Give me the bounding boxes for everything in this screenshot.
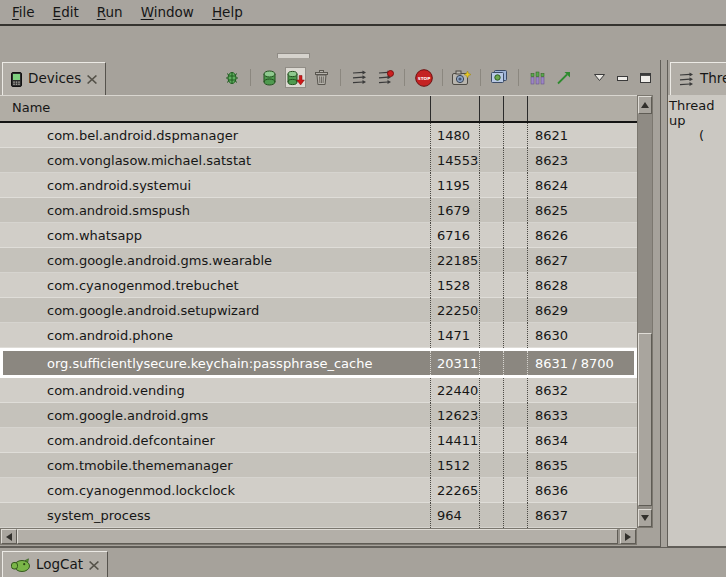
toolbar-separator	[340, 69, 341, 86]
column-header-a[interactable]	[479, 96, 503, 121]
table-row[interactable]: com.vonglasow.michael.satstat145538623	[0, 148, 637, 173]
perspective-handle[interactable]	[277, 53, 310, 58]
table-row[interactable]: com.google.android.gms.wearable221858627	[0, 248, 637, 273]
process-port-cell: 8635	[527, 453, 637, 478]
empty-cell	[479, 223, 503, 248]
process-port-cell: 8631 / 8700	[527, 351, 634, 375]
table-row[interactable]: com.android.phone14718630	[0, 323, 637, 348]
start-tracking-icon[interactable]	[553, 67, 574, 88]
maximize-icon[interactable]	[639, 67, 652, 88]
empty-cell	[479, 148, 503, 173]
empty-cell	[503, 198, 527, 223]
table-row[interactable]: com.android.vending224408632	[0, 378, 637, 403]
process-name-cell: com.google.android.gms	[0, 403, 430, 428]
phone-icon	[11, 72, 22, 87]
scroll-right-button[interactable]	[620, 529, 636, 544]
menu-file[interactable]: File	[3, 0, 44, 24]
toolbar-separator	[250, 69, 251, 86]
multi-screen-capture-icon[interactable]	[489, 67, 510, 88]
process-port-cell: 8625	[527, 198, 637, 223]
table-row[interactable]: com.android.smspush16798625	[0, 198, 637, 223]
update-heap-icon[interactable]	[259, 67, 280, 88]
vertical-scrollbar[interactable]	[637, 95, 653, 528]
threads-message-line1: Thread up	[669, 98, 725, 128]
process-name-cell: com.google.android.gms.wearable	[0, 248, 430, 273]
column-header-name[interactable]: Name	[0, 96, 430, 121]
table-row[interactable]: system_process9648637	[0, 503, 637, 528]
process-name-cell: com.android.defcontainer	[0, 428, 430, 453]
scroll-left-button[interactable]	[1, 529, 17, 544]
table-row[interactable]: com.whatsapp67168626	[0, 223, 637, 248]
process-table-header: Name	[0, 95, 637, 123]
process-name-cell: org.sufficientlysecure.keychain:passphra…	[3, 351, 430, 375]
toolbar-separator	[518, 69, 519, 86]
view-menu-chevron-icon[interactable]	[593, 67, 606, 88]
process-name-cell: com.bel.android.dspmanager	[0, 123, 430, 148]
menu-run[interactable]: Run	[88, 0, 132, 24]
empty-cell	[479, 173, 503, 198]
process-pid-cell: 1480	[430, 123, 479, 148]
process-port-cell: 8632	[527, 378, 637, 403]
empty-cell	[503, 298, 527, 323]
tab-logcat[interactable]: LogCat	[2, 551, 108, 577]
process-port-cell: 8630	[527, 323, 637, 348]
close-icon[interactable]	[87, 75, 97, 84]
process-pid-cell: 1528	[430, 273, 479, 298]
menu-edit[interactable]: Edit	[44, 0, 88, 24]
empty-cell	[479, 351, 503, 375]
process-port-cell: 8624	[527, 173, 637, 198]
update-threads-icon[interactable]	[349, 67, 370, 88]
debug-attach-icon[interactable]	[221, 67, 242, 88]
process-port-cell: 8627	[527, 248, 637, 273]
close-icon[interactable]	[89, 561, 99, 570]
column-header-pid[interactable]	[430, 96, 479, 121]
horizontal-scroll-thumb[interactable]	[17, 529, 618, 544]
devices-tabbar: Devices	[0, 60, 660, 95]
empty-cell	[503, 503, 527, 528]
empty-cell	[479, 123, 503, 148]
process-pid-cell: 20311	[430, 351, 479, 375]
empty-cell	[503, 223, 527, 248]
view-window-buttons	[593, 67, 652, 88]
process-name-cell: com.tmobile.thememanager	[0, 453, 430, 478]
empty-cell	[503, 248, 527, 273]
empty-cell	[503, 323, 527, 348]
process-pid-cell: 14553	[430, 148, 479, 173]
toolbar-strip	[0, 26, 726, 58]
table-row[interactable]: org.sufficientlysecure.keychain:passphra…	[0, 348, 637, 378]
empty-cell	[479, 248, 503, 273]
scroll-up-button[interactable]	[638, 96, 652, 114]
method-profiling-icon[interactable]	[375, 67, 396, 88]
menu-help[interactable]: Help	[203, 0, 252, 24]
table-row[interactable]: com.tmobile.thememanager15128635	[0, 453, 637, 478]
scroll-down-button[interactable]	[638, 509, 652, 527]
stop-process-icon[interactable]: STOP	[413, 67, 434, 88]
cause-gc-trash-icon[interactable]	[311, 67, 332, 88]
table-row[interactable]: com.google.android.gms126238633	[0, 403, 637, 428]
tab-devices[interactable]: Devices	[2, 62, 106, 95]
menu-window[interactable]: Window	[132, 0, 203, 24]
empty-cell	[479, 378, 503, 403]
system-info-icon[interactable]	[527, 67, 548, 88]
toolbar-separator	[480, 69, 481, 86]
column-header-b[interactable]	[503, 96, 527, 121]
minimize-icon[interactable]	[616, 67, 629, 88]
table-row[interactable]: com.android.systemui11958624	[0, 173, 637, 198]
table-row[interactable]: com.google.android.setupwizard222508629	[0, 298, 637, 323]
threads-message-line2: (	[669, 128, 725, 143]
tab-threads[interactable]: Threads	[670, 62, 726, 95]
empty-cell	[479, 323, 503, 348]
table-row[interactable]: com.bel.android.dspmanager14808621	[0, 123, 637, 148]
vertical-scroll-thumb[interactable]	[638, 333, 652, 506]
process-pid-cell: 22440	[430, 378, 479, 403]
table-row[interactable]: com.cyanogenmod.lockclock222658636	[0, 478, 637, 503]
horizontal-scrollbar[interactable]	[0, 528, 637, 545]
empty-cell	[503, 351, 527, 375]
column-header-port[interactable]	[527, 96, 637, 121]
process-pid-cell: 964	[430, 503, 479, 528]
screen-capture-icon[interactable]	[451, 67, 472, 88]
table-row[interactable]: com.cyanogenmod.trebuchet15288628	[0, 273, 637, 298]
table-row[interactable]: com.android.defcontainer144118634	[0, 428, 637, 453]
process-pid-cell: 1471	[430, 323, 479, 348]
dump-hprof-icon[interactable]	[285, 67, 306, 88]
